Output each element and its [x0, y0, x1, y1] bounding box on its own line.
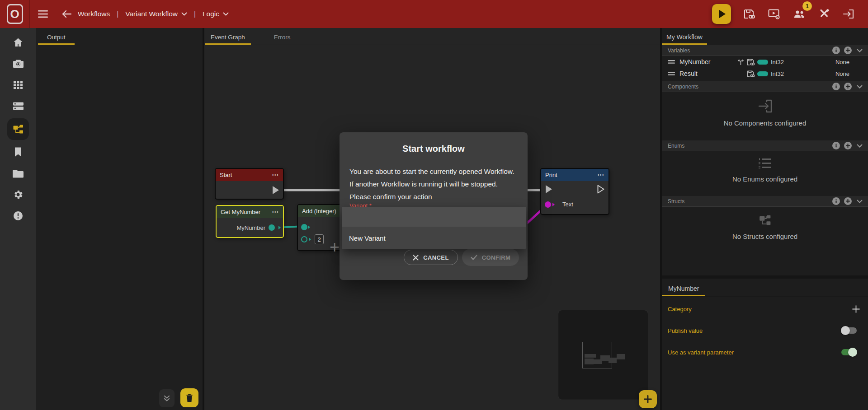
- users-button-wrap: 1: [790, 6, 808, 22]
- publish-value-toggle[interactable]: [841, 327, 857, 334]
- tab-output[interactable]: Output: [38, 30, 75, 45]
- drag-handle-icon[interactable]: [668, 71, 675, 76]
- input-pin-int-2[interactable]: [301, 236, 307, 242]
- variables-info-button[interactable]: [832, 47, 840, 54]
- breadcrumb-variant-workflow[interactable]: Variant Workflow: [125, 10, 187, 18]
- structs-collapse-button[interactable]: [857, 200, 863, 203]
- section-enums: Enums: [662, 140, 868, 151]
- node-get-mynumber-header: Get MyNumber •••: [217, 206, 283, 218]
- breadcrumb-workflows[interactable]: Workflows: [78, 10, 110, 18]
- sidebar-item-files[interactable]: [13, 168, 24, 179]
- dialog-message-line: If another Workflow is running it will b…: [349, 178, 518, 191]
- sidebar-item-bookmarks[interactable]: [14, 147, 23, 158]
- enums-collapse-button[interactable]: [857, 144, 863, 148]
- tab-mynumber-detail[interactable]: MyNumber: [662, 281, 705, 296]
- clear-output-button[interactable]: [180, 388, 198, 407]
- structs-empty-state: No Structs configured: [662, 207, 868, 275]
- plus-icon: [643, 395, 652, 404]
- tab-my-workflow[interactable]: My Workflow: [662, 30, 707, 45]
- section-structs: Structs: [662, 196, 868, 207]
- exec-out-pin[interactable]: [597, 184, 605, 194]
- input-pin-text[interactable]: [545, 201, 551, 208]
- sidebar-item-devices[interactable]: [13, 101, 24, 112]
- sidebar-item-workflows[interactable]: [7, 118, 29, 140]
- enums-add-button[interactable]: [844, 142, 852, 149]
- node-start[interactable]: Start •••: [215, 168, 284, 200]
- breadcrumb-separator: |: [117, 10, 118, 18]
- app-logo[interactable]: O: [0, 0, 30, 28]
- type-pill: [757, 71, 768, 76]
- server-list-icon: [13, 101, 24, 111]
- confirm-button[interactable]: CONFIRM: [462, 249, 519, 266]
- node-menu-icon[interactable]: •••: [272, 210, 279, 214]
- components-collapse-button[interactable]: [857, 85, 863, 89]
- add-node-button[interactable]: [639, 390, 657, 408]
- add-value-input[interactable]: 2: [315, 234, 324, 244]
- pin-label-text: Text: [562, 201, 573, 208]
- toggle-knob: [841, 326, 850, 335]
- save-workflow-button[interactable]: [741, 6, 758, 22]
- input-pin-int-1[interactable]: [301, 224, 307, 230]
- cancel-button[interactable]: CANCEL: [404, 250, 458, 265]
- node-print-header: Print •••: [541, 169, 609, 181]
- node-start-body: [216, 181, 283, 199]
- sidebar-item-home[interactable]: [13, 37, 24, 48]
- play-icon: [719, 10, 726, 18]
- node-menu-icon[interactable]: •••: [272, 172, 279, 177]
- variant-parameter-toggle[interactable]: [841, 349, 857, 355]
- exec-out-pin[interactable]: [272, 185, 280, 195]
- variant-option-new-variant[interactable]: New Variant: [342, 227, 526, 249]
- section-structs-label: Structs: [668, 198, 684, 205]
- save-link-icon: [747, 70, 755, 78]
- tab-errors[interactable]: Errors: [265, 30, 300, 45]
- structs-info-button[interactable]: [832, 197, 840, 205]
- plus-icon: [846, 48, 850, 52]
- event-graph-tabbar: Event Graph Errors: [204, 28, 660, 45]
- tools-button[interactable]: [816, 6, 833, 22]
- minimap[interactable]: [558, 310, 648, 400]
- node-print[interactable]: Print ••• Text: [540, 168, 609, 215]
- cancel-button-label: CANCEL: [423, 254, 449, 261]
- node-get-mynumber[interactable]: Get MyNumber ••• MyNumber: [216, 205, 284, 238]
- variable-row-mynumber[interactable]: MyNumber Int32 None: [662, 56, 868, 68]
- node-menu-icon[interactable]: •••: [598, 172, 604, 177]
- structs-add-button[interactable]: [844, 197, 852, 205]
- runtime-settings-button[interactable]: [765, 6, 783, 22]
- variable-row-result[interactable]: Result Int32 None: [662, 68, 868, 79]
- scroll-to-bottom-button[interactable]: [159, 389, 175, 407]
- node-print-title: Print: [545, 172, 557, 178]
- components-info-button[interactable]: [832, 83, 840, 90]
- variable-name: MyNumber: [679, 58, 736, 65]
- tab-event-graph[interactable]: Event Graph: [205, 30, 251, 45]
- variable-type: Int32: [771, 59, 784, 65]
- output-pin-int[interactable]: [269, 224, 275, 231]
- gear-icon: [13, 189, 24, 200]
- variable-value: None: [835, 70, 849, 77]
- enums-info-button[interactable]: [832, 142, 840, 149]
- pin-nib: [309, 238, 311, 241]
- plus-operator-glyph: +: [330, 238, 340, 257]
- tab-my-workflow-label: My Workflow: [666, 33, 703, 41]
- back-button[interactable]: [59, 7, 74, 21]
- run-workflow-button[interactable]: [712, 4, 731, 24]
- sidebar-item-alerts[interactable]: [13, 210, 24, 221]
- add-category-button[interactable]: [852, 305, 860, 313]
- components-add-button[interactable]: [844, 83, 852, 90]
- category-label: Category: [668, 306, 692, 312]
- variables-collapse-button[interactable]: [857, 49, 863, 52]
- sidebar-item-apps[interactable]: [13, 79, 24, 90]
- sidebar-item-settings[interactable]: [13, 189, 24, 200]
- structs-empty-text: No Structs configured: [732, 233, 797, 240]
- breadcrumb-logic[interactable]: Logic: [203, 10, 229, 18]
- variables-add-button[interactable]: [844, 47, 852, 54]
- sidebar-item-camera[interactable]: [13, 58, 24, 69]
- top-bar: O Workflows | Variant Workflow | Logic: [0, 0, 868, 28]
- struct-tree-icon: [758, 214, 772, 226]
- hamburger-menu-button[interactable]: [35, 8, 51, 20]
- drag-handle-icon[interactable]: [668, 60, 675, 64]
- exit-button[interactable]: [840, 6, 857, 22]
- exec-in-pin[interactable]: [545, 184, 553, 194]
- node-get-mynumber-title: Get MyNumber: [221, 209, 260, 215]
- pin-nib: [308, 225, 310, 229]
- variant-option-empty[interactable]: [342, 207, 526, 227]
